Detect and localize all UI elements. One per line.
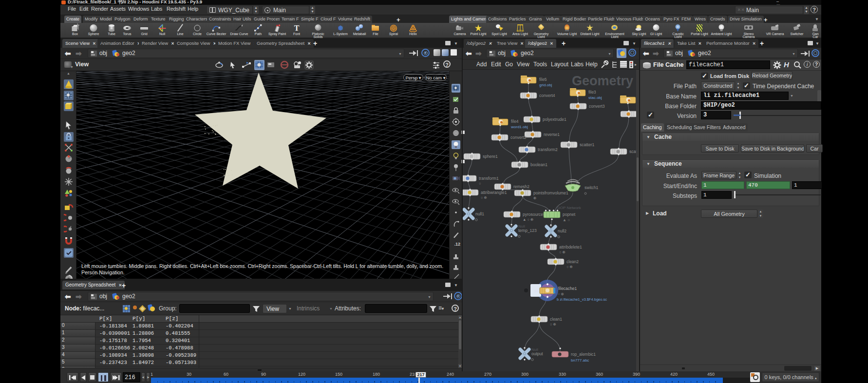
svg-text:output: output bbox=[531, 351, 543, 356]
svg-text:transform2: transform2 bbox=[538, 147, 558, 152]
svg-text:null2: null2 bbox=[558, 229, 566, 233]
svg-text:⊕: ⊕ bbox=[533, 196, 536, 200]
svg-text:filecache1: filecache1 bbox=[558, 286, 577, 291]
svg-text:Geometry: Geometry bbox=[572, 74, 633, 88]
svg-text:3m: 3m bbox=[534, 289, 539, 293]
svg-text:temp_123: temp_123 bbox=[518, 228, 537, 233]
svg-text:DOP Network: DOP Network bbox=[557, 206, 582, 210]
svg-text:○ ⊕: ○ ⊕ bbox=[550, 322, 556, 326]
svg-text:b zi.filecache1_v3.$F4.bgeo.sc: b zi.filecache1_v3.$F4.bgeo.sc bbox=[557, 297, 607, 302]
svg-text:sphere1: sphere1 bbox=[483, 154, 498, 159]
svg-text:transform1: transform1 bbox=[479, 176, 499, 181]
svg-text:▲ ○: ▲ ○ bbox=[563, 218, 570, 222]
svg-text:popnet: popnet bbox=[563, 212, 576, 217]
svg-text:file5: file5 bbox=[539, 77, 547, 82]
svg-text:clean2: clean2 bbox=[566, 259, 579, 264]
svg-text:bn777.abc: bn777.abc bbox=[571, 358, 589, 363]
svg-text:○: ○ bbox=[479, 181, 481, 186]
svg-text:null1: null1 bbox=[475, 211, 484, 216]
svg-text:polyextrude1: polyextrude1 bbox=[543, 117, 566, 122]
svg-text:file4: file4 bbox=[511, 119, 519, 124]
svg-text:remesh2: remesh2 bbox=[513, 184, 529, 189]
svg-text:attribdelete1: attribdelete1 bbox=[559, 245, 582, 249]
svg-text:pointsfromvolume1: pointsfromvolume1 bbox=[533, 191, 568, 195]
svg-text:▫ ⊕: ▫ ⊕ bbox=[558, 292, 564, 296]
svg-text:switch1: switch1 bbox=[585, 185, 599, 190]
svg-text:attribwrangle1: attribwrangle1 bbox=[481, 190, 507, 195]
svg-text:clean1: clean1 bbox=[550, 317, 562, 322]
svg-text:boolean1: boolean1 bbox=[530, 162, 547, 167]
svg-text:convert3: convert3 bbox=[589, 104, 605, 109]
svg-text:file3: file3 bbox=[588, 90, 596, 95]
svg-text:○ ⊕: ○ ⊕ bbox=[566, 265, 573, 269]
svg-text:rop_alembic1: rop_alembic1 bbox=[571, 352, 596, 357]
svg-text:convert2: convert2 bbox=[510, 135, 527, 140]
svg-text:○ ⊕: ○ ⊕ bbox=[481, 195, 487, 200]
svg-text:▲ ○ ⊕: ▲ ○ ⊕ bbox=[523, 217, 533, 222]
svg-text:scatter1: scatter1 bbox=[580, 142, 595, 147]
svg-text:○ ⊕: ○ ⊕ bbox=[559, 250, 566, 254]
svg-text:grid.obj: grid.obj bbox=[539, 83, 552, 87]
svg-text:word1.obj: word1.obj bbox=[510, 125, 528, 129]
svg-text:convert4: convert4 bbox=[539, 93, 555, 98]
svg-text:stac.obj: stac.obj bbox=[588, 96, 602, 100]
svg-text:reverse1: reverse1 bbox=[544, 132, 560, 137]
